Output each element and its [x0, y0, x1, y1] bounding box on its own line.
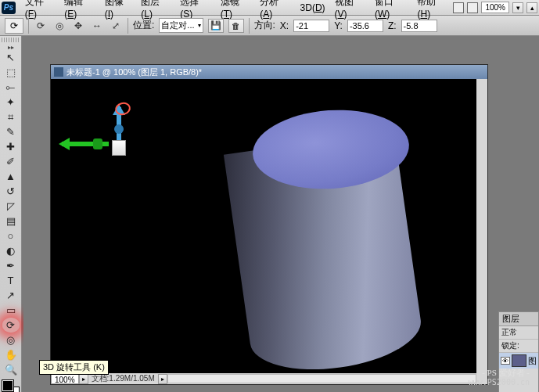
- menu-window[interactable]: 窗口(W): [370, 0, 413, 21]
- toolbox: ▸▸ ↖⬚⟜✦⌗✎✚✐▲↺◸▤○◐✒T↗▭⟳◎✋🔍: [0, 36, 22, 392]
- z-label: Z:: [388, 20, 397, 31]
- watermark: - PS 爱好者 - www.PS2000.cn: [469, 368, 530, 387]
- tool-move[interactable]: ↖: [2, 50, 20, 65]
- gizmo-x-axis[interactable]: [62, 142, 109, 146]
- tool-crop[interactable]: ⌗: [2, 110, 20, 124]
- v-scrollbar[interactable]: [476, 79, 487, 373]
- workspace: 未标题-1 @ 100% (图层 1, RGB/8)* 100% ▸ 文档:1.…: [23, 38, 539, 392]
- toolbox-grip[interactable]: [2, 38, 20, 42]
- tool-eyedropper[interactable]: ✎: [2, 124, 20, 139]
- lock-row[interactable]: 锁定:: [499, 340, 538, 353]
- doc-icon: [54, 67, 63, 77]
- tool-stamp[interactable]: ▲: [2, 169, 20, 184]
- x-input[interactable]: [293, 20, 329, 32]
- watermark-line2: www.PS2000.cn: [469, 378, 530, 387]
- delete-preset-icon[interactable]: 🗑: [228, 19, 244, 33]
- tool-history[interactable]: ↺: [2, 184, 20, 199]
- visibility-icon[interactable]: 👁: [501, 357, 510, 365]
- document-window: 未标题-1 @ 100% (图层 1, RGB/8)* 100% ▸ 文档:1.…: [50, 64, 488, 385]
- toolbox-toggle[interactable]: ▸▸: [8, 44, 14, 50]
- tool-zoom[interactable]: 🔍: [2, 362, 20, 377]
- foreground-swatch[interactable]: [2, 380, 13, 391]
- menu-3d[interactable]: 3D(D): [296, 1, 330, 15]
- workspace-icon[interactable]: [467, 2, 478, 13]
- status-bar: 100% ▸ 文档:1.29M/1.05M ▸: [51, 373, 476, 384]
- watermark-line1: - PS 爱好者 -: [469, 368, 530, 378]
- options-bar: ⟳ ⟳ ◎ ✥ ↔ ⤢ 位置: 自定对... 💾 🗑 方向: X: Y: Z:: [0, 16, 539, 36]
- save-preset-icon[interactable]: 💾: [208, 19, 224, 33]
- layer-thumb[interactable]: [512, 354, 526, 367]
- 3d-gizmo[interactable]: [62, 102, 156, 165]
- menu-analysis[interactable]: 分析(A): [255, 0, 295, 21]
- tool-3d-rotate[interactable]: ⟳: [2, 318, 20, 333]
- gizmo-base[interactable]: [112, 140, 126, 156]
- doc-info: 文档:1.29M/1.05M: [88, 373, 158, 384]
- layer-name: 图: [528, 355, 537, 367]
- tool-pen[interactable]: ✒: [2, 258, 20, 273]
- document-title: 未标题-1 @ 100% (图层 1, RGB/8)*: [66, 67, 202, 78]
- tool-brush[interactable]: ✐: [2, 154, 20, 169]
- tool-gradient[interactable]: ▤: [2, 214, 20, 228]
- app-logo: Ps: [2, 2, 16, 14]
- 3d-slide-icon[interactable]: ↔: [90, 19, 104, 33]
- tool-eraser[interactable]: ◸: [2, 199, 20, 214]
- position-label: 位置:: [133, 19, 154, 32]
- tool-type[interactable]: T: [2, 273, 20, 288]
- layers-tab[interactable]: 图层: [499, 312, 538, 326]
- tool-shape[interactable]: ▭: [2, 303, 20, 318]
- zoom-status[interactable]: 100%: [51, 374, 79, 384]
- 3d-roll-icon[interactable]: ◎: [52, 19, 66, 33]
- doc-info-arrow[interactable]: ▸: [158, 374, 167, 384]
- tool-dodge[interactable]: ◐: [2, 243, 20, 258]
- canvas[interactable]: [51, 79, 476, 373]
- layer-row[interactable]: 👁 图: [499, 353, 538, 369]
- tool-blur[interactable]: ○: [2, 228, 20, 243]
- tool-wand[interactable]: ✦: [2, 95, 20, 110]
- position-select[interactable]: 自定对...: [159, 18, 203, 33]
- color-swatches[interactable]: [2, 380, 20, 392]
- tool-3d-camera[interactable]: ◎: [2, 333, 20, 347]
- menu-help[interactable]: 帮助(H): [412, 0, 453, 21]
- y-label: Y:: [334, 20, 343, 31]
- tool-path[interactable]: ↗: [2, 288, 20, 303]
- tool-lasso[interactable]: ⟜: [2, 80, 20, 95]
- document-titlebar[interactable]: 未标题-1 @ 100% (图层 1, RGB/8)*: [51, 65, 487, 79]
- tool-marquee[interactable]: ⬚: [2, 65, 20, 80]
- menu-view[interactable]: 视图(V): [330, 0, 370, 21]
- direction-label: 方向:: [254, 19, 275, 32]
- screen-mode-icon[interactable]: [453, 2, 464, 13]
- 3d-scale-icon[interactable]: ⤢: [109, 19, 123, 33]
- z-input[interactable]: [401, 20, 437, 32]
- menu-bar: Ps 文件(F) 编辑(E) 图像(I) 图层(L) 选择(S) 滤镜(T) 分…: [0, 0, 539, 16]
- tool-heal[interactable]: ✚: [2, 139, 20, 154]
- zoom-status-arrow[interactable]: ▸: [79, 374, 88, 384]
- collapse-button[interactable]: ▴: [526, 2, 537, 13]
- 3d-rotate-icon[interactable]: ⟳: [34, 19, 48, 33]
- h-scrollbar[interactable]: [167, 374, 476, 383]
- zoom-dropdown[interactable]: ▾: [512, 2, 523, 13]
- tool-tooltip: 3D 旋转工具 (K): [39, 360, 109, 375]
- tool-hand[interactable]: ✋: [2, 347, 20, 362]
- zoom-level[interactable]: 100%: [481, 2, 509, 13]
- blend-mode[interactable]: 正常: [499, 326, 538, 340]
- x-label: X:: [280, 20, 289, 31]
- active-tool-preview[interactable]: ⟳: [5, 18, 23, 34]
- 3d-pan-icon[interactable]: ✥: [71, 19, 85, 33]
- y-input[interactable]: [347, 20, 383, 32]
